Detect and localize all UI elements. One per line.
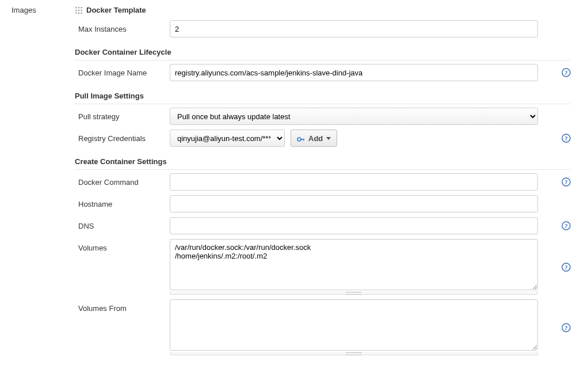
pull-settings-section-heading: Pull Image Settings — [75, 92, 571, 104]
help-icon[interactable]: ? — [562, 221, 571, 230]
volumes-textarea[interactable] — [170, 239, 538, 290]
create-container-section-heading: Create Container Settings — [75, 157, 571, 170]
pull-strategy-select[interactable]: Pull once but always update latest — [170, 108, 538, 125]
resize-handle[interactable] — [170, 291, 538, 295]
docker-template-title: Docker Template — [86, 6, 146, 14]
add-credentials-button[interactable]: Add — [291, 130, 337, 147]
drag-handle-icon[interactable] — [75, 6, 83, 14]
help-icon[interactable]: ? — [562, 177, 571, 187]
svg-point-2 — [81, 7, 82, 8]
docker-template-header: Docker Template — [75, 6, 571, 14]
svg-point-7 — [78, 12, 79, 13]
svg-text:?: ? — [564, 69, 568, 76]
pull-strategy-label: Pull strategy — [75, 108, 170, 121]
dns-input[interactable] — [170, 217, 538, 234]
docker-command-input[interactable] — [170, 173, 538, 191]
svg-point-4 — [78, 9, 79, 10]
svg-point-6 — [75, 12, 77, 13]
help-icon[interactable]: ? — [562, 263, 571, 272]
docker-image-name-input[interactable] — [170, 64, 538, 81]
hostname-label: Hostname — [75, 195, 170, 208]
svg-text:?: ? — [564, 324, 568, 331]
images-section-label: Images — [12, 6, 75, 14]
svg-text:?: ? — [564, 264, 568, 271]
registry-credentials-select[interactable]: qinyujia@aliyun-test.com/****** — [170, 130, 285, 147]
lifecycle-section-heading: Docker Container Lifecycle — [75, 48, 571, 60]
help-icon[interactable]: ? — [562, 68, 571, 77]
svg-rect-13 — [303, 139, 304, 141]
resize-handle[interactable] — [170, 352, 538, 355]
add-button-label: Add — [308, 134, 323, 143]
svg-point-0 — [75, 7, 77, 8]
help-icon[interactable]: ? — [562, 323, 571, 332]
help-icon[interactable]: ? — [562, 134, 571, 143]
volumes-from-label: Volumes From — [75, 299, 170, 313]
hostname-input[interactable] — [170, 195, 538, 212]
svg-text:?: ? — [564, 179, 568, 185]
dns-label: DNS — [75, 217, 170, 230]
registry-credentials-label: Registry Credentials — [75, 130, 170, 143]
svg-point-8 — [81, 12, 82, 13]
docker-command-label: Docker Command — [75, 173, 170, 187]
svg-point-1 — [78, 7, 79, 8]
max-instances-input[interactable] — [170, 20, 538, 37]
volumes-from-textarea[interactable] — [170, 299, 538, 351]
chevron-down-icon — [326, 137, 331, 140]
svg-text:?: ? — [564, 222, 568, 229]
volumes-label: Volumes — [75, 239, 170, 252]
key-icon — [297, 135, 305, 141]
svg-text:?: ? — [564, 135, 568, 142]
svg-point-3 — [75, 9, 77, 10]
docker-image-name-label: Docker Image Name — [75, 64, 170, 77]
max-instances-label: Max Instances — [75, 20, 170, 33]
svg-point-5 — [81, 9, 82, 10]
